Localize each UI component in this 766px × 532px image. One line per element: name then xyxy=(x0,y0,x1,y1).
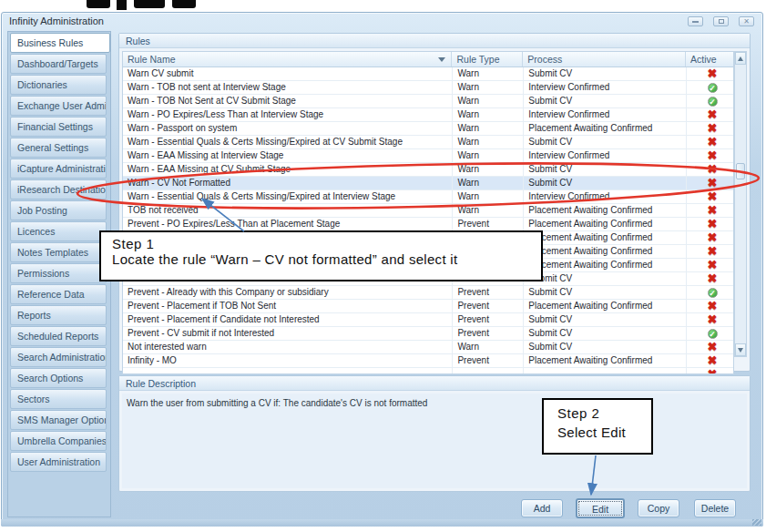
cell-process: Submit CV xyxy=(523,136,686,148)
column-header-rule-type[interactable]: Rule Type xyxy=(452,52,523,66)
sidebar-item-search-administration[interactable]: Search Administration xyxy=(10,347,107,367)
table-row[interactable]: Warn - PO Expires/Less Than at Interview… xyxy=(123,108,733,122)
cell-active: ✓ xyxy=(686,81,733,94)
table-row[interactable]: Warn - Passport on systemWarnPlacement A… xyxy=(123,122,733,136)
sidebar-item-umbrella-companies[interactable]: Umbrella Companies xyxy=(10,431,107,451)
sidebar-item-scheduled-reports[interactable]: Scheduled Reports xyxy=(10,326,107,346)
cell-active: ✖ xyxy=(686,245,733,258)
inactive-cross-icon: ✖ xyxy=(708,150,718,161)
sidebar-item-dictionaries[interactable]: Dictionaries xyxy=(10,75,107,95)
column-header-rule-name[interactable]: Rule Name xyxy=(123,52,452,66)
resize-grip-icon[interactable] xyxy=(752,519,761,526)
table-row[interactable]: Not interested warnWarnSubmit CV✖ xyxy=(123,341,733,354)
cell-type: Warn xyxy=(452,122,523,135)
inactive-cross-icon: ✖ xyxy=(708,68,718,79)
inactive-cross-icon: ✖ xyxy=(708,191,718,202)
sidebar-item-user-administration[interactable]: User Administration xyxy=(10,452,107,472)
close-button[interactable]: ✕ xyxy=(739,16,754,26)
cell-name: Warn - TOB not sent at Interview Stage xyxy=(123,81,452,94)
maximize-button[interactable] xyxy=(713,16,729,26)
sidebar-item-general-settings[interactable]: General Settings xyxy=(10,138,107,158)
table-row[interactable]: Prevent - Already with this Company or s… xyxy=(123,286,733,300)
minimize-button[interactable] xyxy=(688,16,703,26)
sidebar-item-business-rules[interactable]: Business Rules xyxy=(10,33,110,53)
cell-process: Placement Awaiting Confirmed xyxy=(523,259,686,271)
sort-desc-icon[interactable] xyxy=(438,57,445,62)
cell-process: Submit CV xyxy=(523,95,686,107)
cell-type: Prevent xyxy=(452,313,523,326)
sidebar-item-exchange-user-admin[interactable]: Exchange User Admin xyxy=(10,96,107,116)
table-row[interactable]: Warn - TOB Not Sent at CV Submit StageWa… xyxy=(123,95,733,108)
cell-process: Submit CV xyxy=(523,313,686,326)
table-row[interactable]: Warn - Essential Quals & Certs Missing/E… xyxy=(123,190,733,204)
delete-button[interactable]: Delete xyxy=(694,499,736,517)
cell-active: ✖ xyxy=(686,313,733,326)
column-header-process[interactable]: Process xyxy=(523,52,686,66)
step2-annotation-box: Step 2 Select Edit xyxy=(542,398,653,455)
scroll-up-button[interactable] xyxy=(735,52,746,65)
table-row[interactable]: TOB not receivedWarnPlacement Awaiting C… xyxy=(123,204,733,218)
table-row[interactable]: Warn - TOB not sent at Interview StageWa… xyxy=(123,81,733,95)
sidebar-item-notes-templates[interactable]: Notes Templates xyxy=(10,242,107,262)
table-row[interactable]: Warn - CV Not FormattedWarnSubmit CV✖ xyxy=(123,177,733,190)
sidebar-item-dashboard-targets[interactable]: Dashboard/Targets xyxy=(10,54,107,74)
table-row[interactable]: ✖ xyxy=(123,368,733,373)
cell-process: Submit CV xyxy=(523,163,686,176)
cell-type: Prevent xyxy=(452,286,523,299)
inactive-cross-icon: ✖ xyxy=(708,232,718,243)
cell-name: Prevent - Placement if Candidate not Int… xyxy=(123,313,452,326)
step1-title: Step 1 xyxy=(112,236,541,251)
add-button[interactable]: Add xyxy=(521,499,563,517)
cell-type: Warn xyxy=(452,136,523,148)
cell-active: ✓ xyxy=(686,286,733,299)
close-icon: ✕ xyxy=(743,18,750,26)
sidebar-item-financial-settings[interactable]: Financial Settings xyxy=(10,117,107,137)
titlebar[interactable]: Infinity Administration ✕ xyxy=(2,13,762,30)
table-scrollbar[interactable] xyxy=(734,51,747,357)
active-check-icon: ✓ xyxy=(708,288,718,298)
rules-table-body: Warn CV submitWarnSubmit CV✖Warn - TOB n… xyxy=(123,67,733,373)
table-row[interactable]: Infinity - MOPreventPlacement Awaiting C… xyxy=(123,354,733,368)
cell-type: Warn xyxy=(452,81,523,94)
cell-active: ✖ xyxy=(686,122,733,135)
sidebar-item-iresearch-destinations[interactable]: iResearch Destinations xyxy=(10,179,107,200)
cell-process: Submit CV xyxy=(523,327,686,340)
sidebar-item-reports[interactable]: Reports xyxy=(10,305,107,325)
table-row[interactable]: Prevent - CV submit if not InterestedPre… xyxy=(123,327,733,341)
inactive-cross-icon: ✖ xyxy=(708,314,718,325)
rule-description-panel: Rule Description Warn the user from subm… xyxy=(118,375,751,492)
sidebar-item-reference-data[interactable]: Reference Data xyxy=(10,284,107,304)
cell-type: Warn xyxy=(452,204,523,217)
inactive-cross-icon: ✖ xyxy=(708,301,718,312)
table-row[interactable]: Prevent - Placement if Candidate not Int… xyxy=(123,313,733,327)
cell-type: Warn xyxy=(452,149,523,162)
table-row[interactable]: Warn - EAA Missing at Interview StageWar… xyxy=(123,149,733,163)
sidebar-item-permissions[interactable]: Permissions xyxy=(10,263,107,283)
cell-type xyxy=(452,368,523,373)
table-row[interactable]: Warn - Essential Quals & Certs Missing/E… xyxy=(123,136,733,149)
copy-button[interactable]: Copy xyxy=(638,499,679,517)
rule-description-text: Warn the user from submitting a CV if: T… xyxy=(122,394,747,408)
edit-button[interactable]: Edit xyxy=(576,498,625,518)
scrollbar-thumb[interactable] xyxy=(736,163,745,179)
table-row[interactable]: Prevent - Placement if TOB Not SentPreve… xyxy=(123,300,733,313)
cell-name: Prevent - PO Expires/Less Than at Placem… xyxy=(123,218,452,230)
table-row[interactable]: Warn - EAA Missing at CV Submit StageWar… xyxy=(123,163,733,177)
cell-type: Warn xyxy=(452,190,523,203)
sidebar-item-sms-manager-options[interactable]: SMS Manager Options xyxy=(10,410,107,430)
inactive-cross-icon: ✖ xyxy=(708,273,718,284)
column-header-active[interactable]: Active xyxy=(686,52,733,66)
maximize-icon xyxy=(719,19,724,24)
scroll-up-icon xyxy=(738,56,743,61)
table-row[interactable]: Prevent - PO Expires/Less Than at Placem… xyxy=(123,218,733,231)
cropped-text-fragment xyxy=(117,0,127,10)
sidebar-item-job-posting[interactable]: Job Posting xyxy=(10,200,107,220)
sidebar-item-licences[interactable]: Licences xyxy=(10,221,107,241)
inactive-cross-icon: ✖ xyxy=(708,178,718,189)
sidebar-item-search-options[interactable]: Search Options xyxy=(10,368,107,388)
cell-type: Warn xyxy=(452,108,523,121)
sidebar-item-icapture-administration[interactable]: iCapture Administration xyxy=(10,159,107,179)
table-row[interactable]: Warn CV submitWarnSubmit CV✖ xyxy=(123,67,733,81)
scroll-down-button[interactable] xyxy=(735,343,746,356)
sidebar-item-sectors[interactable]: Sectors xyxy=(10,389,107,409)
